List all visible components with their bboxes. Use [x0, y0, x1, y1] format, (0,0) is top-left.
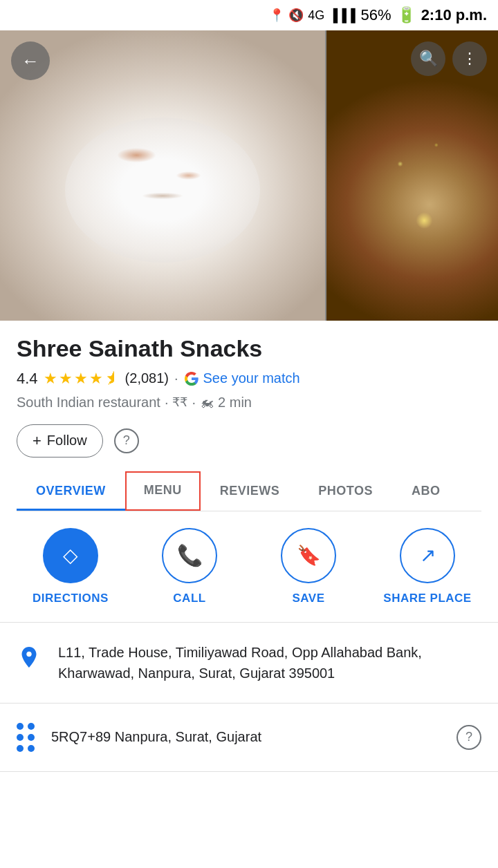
signal-icon: 4G [308, 8, 324, 23]
delivery-icon: 🏍 [200, 395, 214, 411]
share-icon: ↗ [420, 544, 436, 567]
follow-button[interactable]: + Follow [17, 424, 103, 457]
google-logo [184, 371, 199, 386]
search-icon: 🔍 [419, 50, 438, 68]
dots-row-1 [17, 723, 35, 730]
mute-icon: 🔇 [288, 8, 304, 23]
pluscode-dots-icon [17, 723, 35, 752]
pluscode-section: 5RQ7+89 Nanpura, Surat, Gujarat ? [0, 704, 498, 772]
rating-row: 4.4 ★ ★ ★ ★ ⯨ (2,081) · See your match [17, 370, 481, 388]
place-name: Shree Sainath Snacks [17, 334, 481, 363]
status-bar: 📍 🔇 4G ▐▐▐ 56% 🔋 2:10 p.m. [0, 0, 498, 30]
price-level: ₹₹ [172, 395, 187, 410]
star-half: ⯨ [104, 370, 120, 388]
star-2: ★ [59, 370, 73, 388]
dots-row-3 [17, 745, 35, 752]
location-pin-icon [17, 645, 42, 670]
call-action[interactable]: 📞 CALL [141, 528, 238, 605]
call-label: CALL [173, 592, 205, 605]
pluscode-question-icon: ? [465, 730, 472, 744]
plus-icon: + [33, 432, 42, 450]
back-arrow-icon: ← [21, 50, 39, 72]
separator-dot-2: · [192, 395, 196, 411]
battery-level: 56% [361, 6, 391, 24]
share-action[interactable]: ↗ SHARE PLACE [379, 528, 476, 605]
directions-icon: ◇ [63, 544, 78, 567]
tab-photos-label: PHOTOS [318, 484, 373, 498]
category-text: South Indian restaurant [17, 395, 160, 411]
pluscode-help-button[interactable]: ? [456, 725, 481, 750]
food-left-image [0, 30, 325, 321]
tab-about-label: ABO [412, 484, 441, 498]
tab-overview-label: OVERVIEW [36, 484, 106, 498]
action-buttons: ◇ DIRECTIONS 📞 CALL 🔖 SAVE ↗ SHARE PLACE [0, 511, 498, 623]
place-info: South Indian restaurant · ₹₹ · 🏍 2 min [17, 395, 481, 411]
call-circle: 📞 [162, 528, 217, 583]
photo-section: ← 🔍 ⋮ [0, 30, 498, 321]
save-action[interactable]: 🔖 SAVE [260, 528, 357, 605]
star-1: ★ [44, 370, 57, 388]
follow-label: Follow [47, 433, 87, 449]
tab-menu[interactable]: MENU [125, 471, 201, 511]
main-photo: ← [0, 30, 325, 321]
question-mark-icon: ? [123, 433, 130, 448]
dot-6 [28, 745, 35, 752]
share-circle: ↗ [400, 528, 455, 583]
address-text: L11, Trade House, Timiliyawad Road, Opp … [58, 642, 481, 683]
dot-2 [28, 723, 35, 730]
separator: · [174, 370, 178, 386]
dot-5 [17, 745, 24, 752]
side-photo: 🔍 ⋮ [326, 30, 498, 321]
separator-dot: · [165, 395, 169, 411]
location-status-icon: 📍 [269, 8, 284, 23]
rating-number: 4.4 [17, 370, 38, 388]
photo-side-buttons: 🔍 ⋮ [411, 41, 487, 76]
dot-1 [17, 723, 24, 730]
address-section: L11, Trade House, Timiliyawad Road, Opp … [0, 623, 498, 704]
star-4: ★ [89, 370, 103, 388]
delivery-time: 2 min [218, 395, 252, 411]
place-content: Shree Sainath Snacks 4.4 ★ ★ ★ ★ ⯨ (2,08… [0, 321, 498, 511]
tab-photos[interactable]: PHOTOS [299, 471, 392, 511]
clock: 2:10 p.m. [421, 6, 487, 24]
pluscode-text: 5RQ7+89 Nanpura, Surat, Gujarat [51, 729, 261, 745]
tab-overview[interactable]: OVERVIEW [17, 471, 125, 511]
signal-bars-icon: ▐▐▐ [329, 8, 355, 23]
follow-row: + Follow ? [17, 424, 481, 457]
star-3: ★ [74, 370, 88, 388]
tab-reviews-label: REVIEWS [220, 484, 280, 498]
directions-action[interactable]: ◇ DIRECTIONS [22, 528, 119, 605]
tabs-bar: OVERVIEW MENU REVIEWS PHOTOS ABO [17, 471, 481, 511]
location-icon-wrap [17, 645, 42, 672]
star-rating: ★ ★ ★ ★ ⯨ [44, 370, 120, 388]
dot-4 [28, 734, 35, 741]
match-link[interactable]: See your match [184, 370, 300, 386]
review-count: (2,081) [125, 370, 169, 386]
directions-label: DIRECTIONS [33, 592, 109, 605]
tab-about[interactable]: ABO [392, 471, 460, 511]
search-button[interactable]: 🔍 [411, 41, 445, 76]
save-icon: 🔖 [297, 544, 321, 567]
tab-reviews[interactable]: REVIEWS [201, 471, 299, 511]
match-text: See your match [203, 370, 300, 386]
help-button[interactable]: ? [114, 428, 139, 453]
dot-3 [17, 734, 24, 741]
share-label: SHARE PLACE [383, 592, 471, 605]
save-circle: 🔖 [281, 528, 336, 583]
tab-menu-label: MENU [144, 483, 182, 497]
call-icon: 📞 [177, 543, 203, 567]
status-icons: 📍 🔇 4G ▐▐▐ [269, 8, 355, 23]
more-options-button[interactable]: ⋮ [452, 41, 487, 76]
more-icon: ⋮ [462, 50, 477, 68]
pluscode-left: 5RQ7+89 Nanpura, Surat, Gujarat [17, 723, 261, 752]
directions-circle: ◇ [43, 528, 98, 583]
save-label: SAVE [292, 592, 324, 605]
battery-icon: 🔋 [397, 6, 416, 24]
dots-row-2 [17, 734, 35, 741]
back-button[interactable]: ← [11, 41, 50, 80]
